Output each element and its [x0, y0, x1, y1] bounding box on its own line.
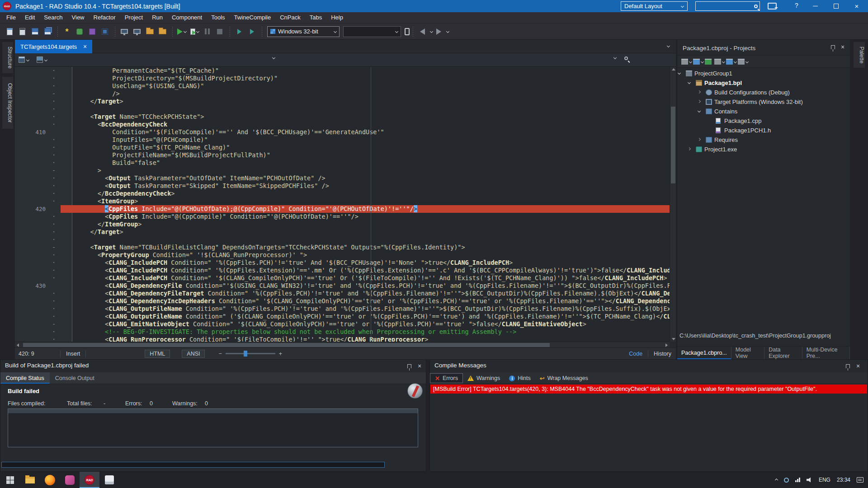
encoding-selector[interactable]: ANSI — [182, 350, 205, 358]
tab-warnings[interactable]: Warnings — [463, 373, 505, 383]
close-panel-icon[interactable]: × — [841, 43, 844, 51]
editor-horizontal-scrollbar[interactable] — [15, 342, 670, 347]
tab-console-output[interactable]: Console Output — [50, 372, 100, 384]
code-line[interactable]: · <CLANG_DependencyIncDepHeaders Conditi… — [15, 297, 670, 305]
scroll-up-icon[interactable] — [672, 68, 675, 70]
tree-item-package1-bpl[interactable]: Package1.bpl — [677, 78, 850, 88]
scroll-left-icon[interactable] — [17, 343, 19, 347]
code-line[interactable]: · <CLANG_RunPreprocessor Condition=" '$(… — [15, 336, 670, 342]
code-line[interactable]: - <CLANG_EmitNativeObject Condition=" '$… — [15, 320, 670, 328]
compile-icon[interactable] — [726, 59, 733, 65]
ide-search-input[interactable] — [695, 1, 760, 11]
tray-expand-icon[interactable] — [775, 478, 778, 481]
zoom-in-button[interactable]: + — [279, 351, 282, 357]
navigate-forward-button[interactable] — [433, 26, 444, 38]
tab-data-explorer[interactable]: Data Explorer — [764, 347, 802, 359]
menu-project[interactable]: Project — [120, 12, 147, 23]
file-format-selector[interactable]: HTML — [145, 350, 170, 358]
code-line[interactable]: · <CLANG_IncludePCH Condition=" '%(CppFi… — [15, 259, 670, 267]
clock[interactable]: 23:34 — [837, 477, 850, 483]
menu-refactor[interactable]: Refactor — [89, 12, 120, 23]
run-button[interactable] — [176, 26, 188, 38]
code-line[interactable]: · <CLANG_DependencyFileTarget Condition=… — [15, 290, 670, 297]
tab-errors[interactable]: ✕Errors — [430, 373, 463, 383]
menu-search[interactable]: Search — [39, 12, 67, 23]
tree-item-projectgroup1[interactable]: ProjectGroup1 — [677, 69, 850, 78]
module-view-dropdown[interactable] — [19, 56, 29, 63]
zoom-slider-thumb[interactable] — [244, 351, 247, 357]
menu-file[interactable]: File — [2, 12, 20, 23]
chevron-down-icon[interactable] — [734, 60, 737, 63]
trace-into-icon[interactable] — [233, 26, 245, 38]
editor-search-icon[interactable] — [624, 56, 628, 60]
code-line[interactable]: · <CppFiles Include="@(CppCompile)" Cond… — [15, 213, 670, 221]
maximize-button[interactable] — [828, 0, 844, 12]
code-line[interactable]: · <Target Name="TCCheckPCHState"> — [15, 113, 670, 121]
firefox-icon[interactable] — [40, 472, 60, 488]
tree-item-package1-cpp[interactable]: Package1.cpp — [677, 116, 850, 126]
open-file-icon[interactable] — [16, 26, 28, 38]
bluetooth-icon[interactable] — [784, 478, 789, 483]
close-tab-icon[interactable]: × — [83, 43, 87, 50]
view-history-tab[interactable]: History — [654, 351, 671, 357]
tree-expandd-chevron-icon[interactable] — [688, 81, 691, 84]
tab-package1-cbpro-[interactable]: Package1.cbpro... — [677, 347, 731, 359]
menu-tabs[interactable]: Tabs — [305, 12, 326, 23]
close-panel-icon[interactable]: × — [856, 362, 860, 370]
network-icon[interactable] — [795, 478, 800, 482]
chevron-down-icon[interactable] — [722, 60, 725, 63]
build-icon[interactable] — [714, 59, 721, 65]
scroll-right-icon[interactable] — [665, 343, 668, 347]
tab-model-view[interactable]: Model View — [731, 347, 764, 359]
tree-expandd-chevron-icon[interactable] — [698, 109, 701, 113]
pin-icon[interactable] — [846, 364, 850, 368]
tree-collapsed-chevron-icon[interactable] — [698, 100, 701, 103]
chevron-down-icon[interactable] — [689, 60, 692, 63]
tree-item-project1-exe[interactable]: Project1.exe — [677, 145, 850, 154]
tab-palette[interactable]: Palette — [853, 42, 865, 68]
save-all-icon[interactable] — [42, 26, 53, 38]
menu-run[interactable]: Run — [147, 12, 167, 23]
chevron-down-icon[interactable] — [701, 60, 704, 63]
code-line[interactable]: · <CLANG_OutputFileName Condition=" ('$(… — [15, 313, 670, 320]
code-line[interactable]: · UseClang="$(USING_CLANG)" — [15, 82, 670, 90]
code-line[interactable]: · <!-- BEG-OF-INVESTIGATE: The propertie… — [15, 328, 670, 336]
pin-icon[interactable] — [831, 45, 835, 49]
menu-tools[interactable]: Tools — [207, 12, 229, 23]
new-file-icon[interactable] — [4, 26, 15, 38]
code-line[interactable]: · <CLANG_IncludePCH Condition=" '$(CLANG… — [15, 274, 670, 282]
code-line[interactable]: · </Target> — [15, 228, 670, 236]
save-icon[interactable] — [29, 26, 41, 38]
close-panel-icon[interactable]: × — [418, 362, 421, 370]
start-button[interactable] — [0, 472, 20, 488]
menu-view[interactable]: View — [67, 12, 89, 23]
pause-button[interactable] — [201, 26, 213, 38]
new-project-icon[interactable] — [681, 59, 688, 65]
code-line[interactable]: - > — [15, 167, 670, 174]
code-line-430[interactable]: 430 <CLANG_DependencyFile Condition="'$(… — [15, 282, 670, 290]
code-line[interactable]: · ProjectFileName="$(MSBuildProjectFullP… — [15, 151, 670, 159]
target-device-select[interactable] — [343, 26, 401, 37]
error-message-row[interactable]: [MSBuild Error] TCTargets104.targets(420… — [430, 385, 867, 394]
code-line[interactable]: - <Target Name="TCBuildFileListClang" De… — [15, 244, 670, 251]
code-line[interactable]: - /> — [15, 90, 670, 98]
language-indicator[interactable]: ENG — [819, 477, 830, 483]
navigate-back-button[interactable] — [416, 26, 428, 38]
code-line[interactable]: · </BccDependencyCheck> — [15, 190, 670, 197]
menu-component[interactable]: Component — [167, 12, 207, 23]
volume-icon[interactable] — [807, 477, 812, 483]
scroll-down-icon[interactable] — [672, 338, 675, 340]
tree-collapsed-chevron-icon[interactable] — [698, 138, 701, 141]
code-line[interactable]: · OutputFile="$(TC_PCHName_Clang)" — [15, 144, 670, 151]
member-list-chevron-icon[interactable] — [273, 56, 275, 59]
pin-icon[interactable] — [407, 364, 411, 368]
help-button[interactable]: ? — [792, 2, 801, 9]
code-line-420[interactable]: 420 <CppFiles Include="@(PCHOutOfDate);@… — [15, 205, 670, 213]
code-line[interactable]: · </Target> — [15, 98, 670, 105]
code-line[interactable]: · <CLANG_OutputFileName Condition=" '%(C… — [15, 305, 670, 313]
zoom-slider[interactable] — [226, 353, 275, 354]
code-line[interactable]: · <BccDependencyCheck — [15, 121, 670, 128]
program-reset-button[interactable] — [214, 26, 226, 38]
ide-insight-icon[interactable] — [74, 26, 85, 38]
code-line[interactable]: · <Output TaskParameter="OutOfDate" Item… — [15, 174, 670, 182]
